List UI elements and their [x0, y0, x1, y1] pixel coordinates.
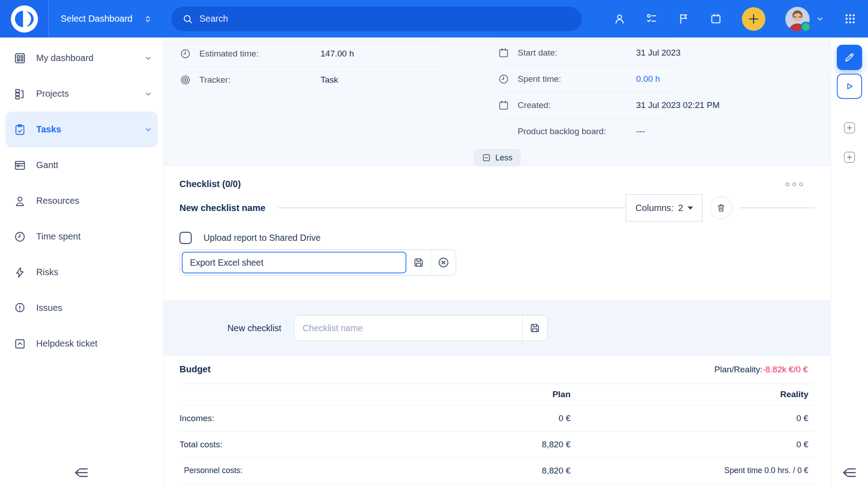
add-button[interactable] [742, 7, 765, 31]
plan-reality-label: Plan/Reality: [714, 365, 763, 374]
columns-value: 2 [678, 203, 683, 213]
avatar[interactable] [785, 7, 810, 31]
sidebar-item-gantt[interactable]: Gantt [0, 147, 163, 183]
add-icon [747, 13, 760, 25]
dashboard-selector[interactable]: Select Dashboard [49, 14, 166, 24]
collapse-icon [73, 465, 90, 481]
field-value: 31 Jul 2023 02:21 PM [636, 100, 720, 110]
add-panel-button-2[interactable] [844, 152, 855, 163]
risk-icon [14, 266, 26, 279]
spent-time-link[interactable]: 0.00 h [636, 74, 660, 84]
columns-dropdown[interactable]: Columns: 2 [626, 194, 703, 221]
sidebar-item-tasks[interactable]: Tasks [5, 112, 158, 147]
edit-task-button[interactable] [837, 45, 862, 70]
checklist-item-checkbox[interactable] [179, 232, 192, 244]
topbar: Select Dashboard Search [0, 0, 868, 38]
dashboard-selector-label: Select Dashboard [61, 14, 132, 24]
field-label: Spent time: [518, 74, 636, 84]
search-input[interactable]: Search [171, 7, 582, 31]
topbar-actions [613, 7, 868, 31]
cancel-icon [437, 256, 450, 269]
field-value: 31 Jul 2023 [636, 48, 680, 58]
new-checklist-label: New checklist [227, 323, 281, 333]
gantt-icon [14, 159, 26, 172]
table-row-total-costs: Total costs: 8,820 € 0 € [179, 432, 815, 458]
dashboard-icon [14, 52, 26, 65]
online-status-dot [801, 22, 811, 32]
sidebar-item-label: Projects [36, 89, 144, 99]
play-icon [844, 80, 855, 92]
new-checklist-input[interactable] [294, 316, 522, 340]
right-panel-collapse-button[interactable] [840, 464, 859, 482]
table-row-incomes: Incomes: 0 € 0 € [179, 405, 815, 432]
chevron-down-icon [144, 90, 152, 98]
sidebar-item-projects[interactable]: Projects [0, 76, 163, 112]
app-logo[interactable] [0, 0, 49, 38]
save-checklist-button[interactable] [522, 315, 547, 341]
sidebar-item-label: Issues [36, 303, 152, 313]
checklist-title: Checklist (0/0) [179, 179, 241, 189]
ellipsis-icon[interactable] [786, 183, 803, 186]
field-estimated-time: Estimated time: 147.00 h [179, 40, 440, 67]
show-less-button[interactable]: Less [474, 149, 520, 166]
calendar-icon[interactable] [710, 13, 722, 25]
helpdesk-icon [14, 338, 26, 350]
task-details-panel: Estimated time: 147.00 h Tracker: Task S… [163, 38, 831, 165]
user-menu[interactable] [785, 7, 824, 31]
pencil-icon [844, 52, 855, 63]
sidebar-item-resources[interactable]: Resources [0, 183, 163, 219]
todo-icon[interactable] [646, 13, 658, 25]
field-spent-time: Spent time: 0.00 h [498, 66, 671, 92]
sidebar-item-label: Gantt [36, 160, 152, 170]
sidebar-item-my-dashboard[interactable]: My dashboard [0, 40, 163, 76]
new-checklist-row: New checklist [163, 300, 831, 356]
chevron-down-icon [144, 126, 152, 134]
details-right-column: Start date: 31 Jul 2023 Spent time: 0.00… [498, 39, 671, 144]
updown-icon [143, 14, 152, 24]
sidebar-collapse-button[interactable] [72, 464, 90, 482]
plan-reality-summary: Plan/Reality:-8.82k €/0 € [714, 365, 808, 375]
search-icon [182, 14, 193, 24]
right-toolbar [830, 38, 868, 488]
time-icon [14, 230, 26, 243]
checklist-item-row: Upload report to Shared Drive [179, 232, 815, 244]
divider [740, 207, 815, 208]
sidebar-item-time-spent[interactable]: Time spent [0, 219, 163, 254]
budget-header: Budget Plan/Reality:-8.82k €/0 € [179, 364, 815, 375]
field-value: --- [636, 127, 645, 136]
delete-checklist-button[interactable] [710, 197, 732, 219]
sidebar-item-label: Tasks [36, 124, 144, 135]
issues-icon [14, 302, 26, 314]
search-placeholder: Search [199, 14, 228, 24]
easy-project-logo-icon [10, 5, 38, 33]
checklist-group-name: New checklist name [179, 203, 265, 213]
user-icon[interactable] [613, 13, 626, 25]
cancel-item-button[interactable] [431, 249, 456, 276]
plus-square-icon [846, 154, 853, 160]
checklist-item-edit-group [179, 249, 456, 276]
table-row-personnel-costs: Personnel costs: 8,820 € Spent time 0.0 … [179, 458, 815, 484]
calendar-icon [498, 47, 509, 59]
details-left-column: Estimated time: 147.00 h Tracker: Task [179, 40, 440, 93]
sidebar-item-helpdesk-ticket[interactable]: Helpdesk ticket [0, 326, 163, 361]
tracker-icon [179, 74, 191, 86]
field-start-date: Start date: 31 Jul 2023 [498, 39, 671, 66]
calendar-icon [498, 99, 509, 111]
checklist-item-input[interactable] [182, 252, 406, 273]
add-panel-button-1[interactable] [844, 122, 855, 133]
sidebar-item-issues[interactable]: Issues [0, 290, 163, 326]
sidebar-item-risks[interactable]: Risks [0, 254, 163, 290]
sidebar-item-label: Helpdesk ticket [36, 338, 152, 349]
collapse-icon [841, 465, 858, 481]
apps-grid-icon[interactable] [844, 13, 856, 25]
flag-icon[interactable] [678, 13, 690, 25]
start-timer-button[interactable] [837, 74, 862, 99]
columns-label: Columns: [635, 203, 673, 213]
sidebar-item-label: Time spent [36, 231, 152, 242]
tasks-icon [14, 123, 26, 136]
clock-icon [179, 48, 191, 60]
sidebar-item-label: My dashboard [36, 53, 144, 63]
new-checklist-input-group [294, 315, 547, 341]
save-item-button[interactable] [406, 249, 431, 276]
field-label: Tracker: [199, 75, 321, 85]
